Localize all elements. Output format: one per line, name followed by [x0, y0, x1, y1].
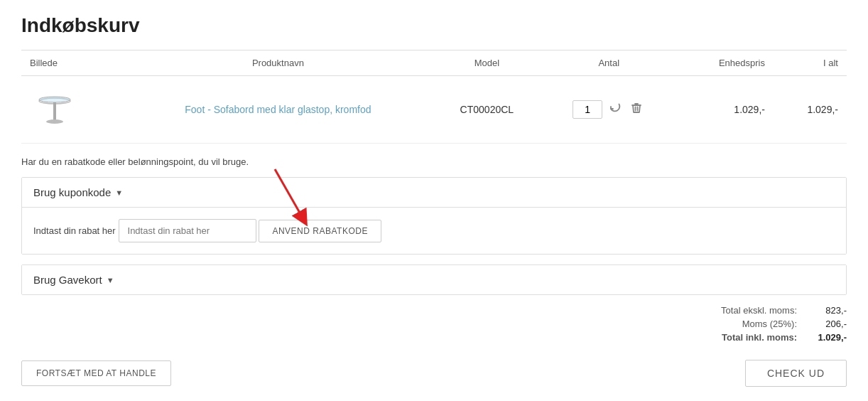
buttons-row: FORTSÆT MED AT HANDLE CHECK UD — [21, 360, 847, 387]
coupon-section-body: Indtast din rabat her ANVEND RABATKODE — [22, 207, 846, 254]
refresh-quantity-button[interactable] — [607, 101, 624, 118]
product-image-cell — [21, 76, 123, 144]
page-title: Indkøbskurv — [21, 14, 847, 37]
coupon-row: Indtast din rabat her ANVEND RABATKODE — [33, 219, 835, 242]
col-header-total: I alt — [774, 50, 847, 76]
product-model-cell: CT00020CL — [433, 76, 541, 144]
svg-rect-2 — [53, 102, 56, 121]
totals-section: Total ekskl. moms: 823,- Moms (25%): 206… — [21, 305, 847, 346]
remove-item-button[interactable] — [628, 101, 645, 118]
coupon-section: Brug kuponkode ▼ Indtast din rabat her A… — [21, 177, 847, 255]
coupon-section-label: Brug kuponkode — [33, 186, 111, 198]
coupon-section-toggle[interactable]: Brug kuponkode ▼ — [22, 178, 846, 207]
total-incl-row: Total inkl. moms: 1.029,- — [721, 332, 847, 343]
promo-text: Har du en rabatkode eller belønningspoin… — [21, 156, 847, 167]
total-incl-label: Total inkl. moms: — [722, 332, 797, 343]
product-image-svg — [36, 88, 75, 131]
col-header-model: Model — [433, 50, 541, 76]
total-excl-label: Total ekskl. moms: — [721, 305, 797, 316]
total-vat-label: Moms (25%): — [742, 319, 797, 329]
svg-point-3 — [46, 119, 63, 124]
cart-table: Billede Produktnavn Model Antal Enhedspr… — [21, 50, 847, 144]
continue-shopping-button[interactable]: FORTSÆT MED AT HANDLE — [21, 360, 171, 386]
checkout-button[interactable]: CHECK UD — [745, 360, 847, 387]
product-quantity-cell: 1 — [541, 76, 677, 144]
svg-point-1 — [39, 97, 70, 102]
product-name-cell: Foot - Sofabord med klar glastop, kromfo… — [123, 76, 433, 144]
total-incl-value: 1.029,- — [804, 332, 847, 343]
col-header-quantity: Antal — [541, 50, 677, 76]
product-thumbnail — [30, 85, 80, 134]
coupon-input[interactable] — [119, 219, 256, 242]
total-excl-value: 823,- — [804, 305, 847, 316]
coupon-toggle-arrow-icon: ▼ — [115, 188, 123, 197]
giftcard-section-label: Brug Gavekort — [33, 274, 102, 286]
product-unit-price-cell: 1.029,- — [677, 76, 774, 144]
product-link[interactable]: Foot - Sofabord med klar glastop, kromfo… — [185, 104, 371, 115]
giftcard-section: Brug Gavekort ▼ — [21, 264, 847, 295]
apply-coupon-button[interactable]: ANVEND RABATKODE — [259, 220, 381, 242]
total-vat-row: Moms (25%): 206,- — [721, 319, 847, 329]
col-header-product-name: Produktnavn — [123, 50, 433, 76]
product-total-cell: 1.029,- — [774, 76, 847, 144]
totals-table: Total ekskl. moms: 823,- Moms (25%): 206… — [721, 305, 847, 346]
quantity-wrapper: 1 — [549, 100, 668, 119]
total-excl-row: Total ekskl. moms: 823,- — [721, 305, 847, 316]
total-vat-value: 206,- — [804, 319, 847, 329]
table-row: Foot - Sofabord med klar glastop, kromfo… — [21, 76, 847, 144]
giftcard-toggle-arrow-icon: ▼ — [107, 276, 114, 284]
coupon-field-label: Indtast din rabat her — [33, 225, 116, 236]
col-header-unit-price: Enhedspris — [677, 50, 774, 76]
giftcard-section-toggle[interactable]: Brug Gavekort ▼ — [22, 265, 846, 294]
quantity-input[interactable]: 1 — [573, 100, 602, 119]
col-header-image: Billede — [21, 50, 123, 76]
